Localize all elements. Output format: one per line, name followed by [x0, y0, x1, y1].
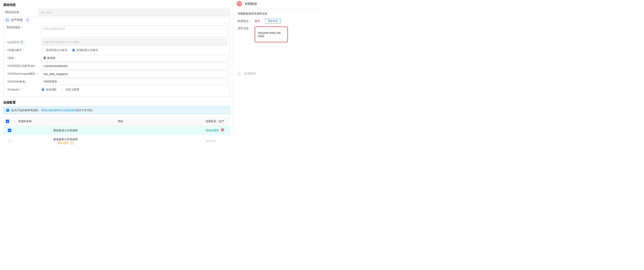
recheck-button[interactable]: 重新检测 — [265, 19, 280, 24]
alert-text: 并 — [54, 109, 57, 112]
detection-panel: 加载数据 加载数据源及资源组信息 检测状态： 异常 重新检测 异常信息： Ass… — [233, 0, 322, 135]
cloud-acct-radio-current[interactable]: 当前阿里云主账号 — [41, 48, 67, 52]
endpoint-label: *Endpoint： — [6, 88, 41, 91]
bind-link[interactable]: 绑定已购资源组 — [57, 109, 76, 112]
mc-proj-label: *对方MaxCompute项目： — [6, 72, 41, 76]
auth-label: *认证方式?： — [6, 41, 41, 44]
cloud-acct-radio-other[interactable]: 其他阿里云主账号 — [72, 48, 98, 52]
region-select[interactable]: 新加坡 — [41, 55, 227, 61]
cloud-acct-label: *所属云账号： — [6, 48, 41, 52]
ram-role-label: *对方RAM角色： — [6, 80, 41, 84]
rg-name: 数据服务公共资源组 — [18, 137, 113, 141]
endpoint-radio-custom[interactable]: 自定义配置 — [61, 88, 79, 91]
err-message: Assume entry not exist — [255, 27, 288, 42]
basic-info-title: 基础信息 — [3, 3, 230, 7]
select-all-checkbox[interactable] — [6, 120, 9, 123]
status-label: 检测状态： — [238, 19, 252, 23]
peer-uid-input[interactable] — [41, 63, 227, 69]
row-checkbox — [8, 139, 11, 143]
unsupported-text: 暂不支持 — [58, 141, 68, 145]
env-box: 生产环境 ? 数据源描述： *认证方式?： *所属云账号： — [3, 17, 230, 96]
step-2: 2 检测结束 — [234, 69, 322, 78]
ram-role-select[interactable]: 空间管理员 — [41, 78, 227, 85]
resource-group-table: 资源组名称 用途 连通状态（生产 数据集成公共资源组 测试连通性 — [3, 117, 230, 148]
info-icon: i — [6, 109, 9, 112]
mc-proj-input[interactable] — [41, 71, 227, 77]
col-name: 资源组名称 — [16, 117, 115, 126]
peer-uid-label: *对方阿里云主账号UID： — [6, 64, 41, 68]
help-icon[interactable]: ? — [26, 19, 29, 22]
alert-text: 如无可选的独享资源组，可 — [12, 109, 44, 112]
region-label: *地域： — [6, 56, 41, 60]
rg-name: 数据集成公共资源组 — [16, 126, 115, 135]
test-conn-link[interactable]: 测试连通性 — [206, 129, 219, 132]
error-status-icon — [237, 1, 242, 6]
help-icon[interactable]: ? — [20, 41, 23, 44]
desc-textarea[interactable] — [41, 26, 227, 37]
help-icon[interactable]: ? — [70, 142, 73, 145]
env-checkbox[interactable] — [6, 19, 9, 22]
row-checkbox[interactable] — [8, 129, 11, 132]
step-number: 2 — [237, 71, 242, 76]
step-label: 检测结束 — [244, 72, 256, 76]
err-label: 异常信息： — [238, 27, 252, 30]
alert-text: 至本工作空间。 — [76, 109, 95, 112]
endpoint-radio-auto[interactable]: 自动适配 — [41, 88, 56, 91]
status-text: 暂不支持 — [206, 140, 216, 143]
desc-label: 数据源描述： — [6, 26, 41, 29]
table-row: 数据服务公共资源组 暂不支持 ? 暂不支持 — [3, 135, 230, 148]
ram-role-value: 空间管理员 — [44, 80, 57, 84]
region-value: 新加坡 — [47, 56, 55, 60]
status-value: 异常 — [255, 19, 260, 23]
col-use: 用途 — [115, 117, 203, 126]
buy-link[interactable]: 前往购买 — [44, 109, 54, 112]
error-icon — [221, 128, 224, 131]
env-header-label: 生产环境 — [11, 18, 22, 22]
info-alert: i 如无可选的独享资源组，可前往购买并绑定已购资源组至本工作空间。 — [3, 107, 230, 114]
panel-subtitle: 加载数据源及资源组信息 — [238, 12, 318, 16]
panel-title: 加载数据 — [245, 2, 257, 6]
ds-name-label: *数据源名称： — [3, 10, 38, 14]
conn-title: 连接配置 — [3, 101, 230, 105]
auth-input[interactable] — [41, 39, 227, 46]
ds-name-input[interactable] — [38, 9, 230, 16]
table-row: 数据集成公共资源组 测试连通性 — [3, 126, 230, 135]
col-status: 连通状态（生产 — [203, 117, 230, 126]
location-icon — [44, 57, 46, 60]
